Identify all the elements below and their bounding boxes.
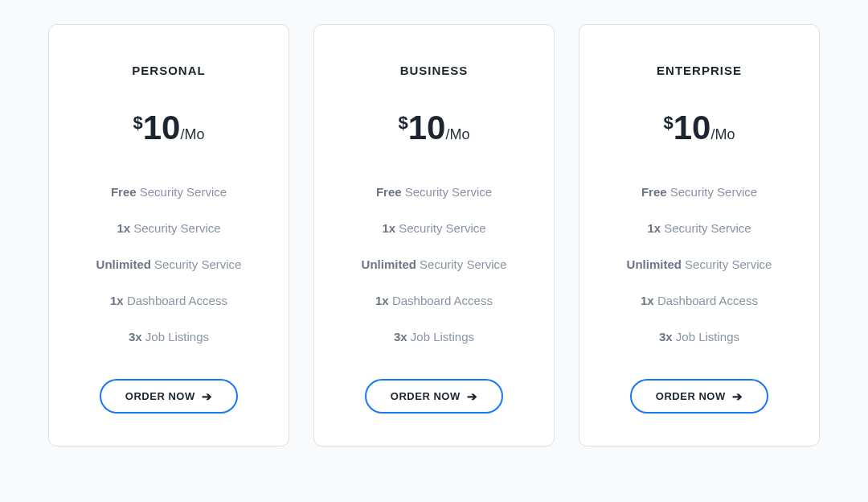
feature-text: Security Service (667, 185, 758, 199)
order-now-label: ORDER NOW (391, 390, 461, 402)
feature-item: 1x Security Service (68, 210, 269, 246)
feature-item: Unlimited Security Service (68, 246, 269, 282)
currency-symbol: $ (399, 113, 408, 133)
feature-text: Job Listings (142, 330, 209, 344)
feature-item: 1x Security Service (334, 210, 534, 246)
feature-item: 3x Job Listings (599, 319, 800, 355)
price: $10/Mo (599, 111, 800, 145)
feature-bold: Unlimited (96, 257, 151, 271)
arrow-right-icon: ➔ (732, 390, 743, 402)
feature-text: Security Service (661, 221, 751, 235)
pricing-row: PERSONAL $10/Mo Free Security Service 1x… (48, 24, 820, 446)
feature-bold: 1x (375, 294, 389, 307)
feature-text: Security Service (402, 185, 493, 199)
feature-list: Free Security Service 1x Security Servic… (334, 174, 534, 355)
feature-item: 1x Security Service (599, 210, 800, 246)
feature-bold: 1x (647, 221, 661, 235)
feature-text: Job Listings (407, 330, 474, 344)
feature-bold: Free (376, 185, 402, 199)
feature-bold: Free (111, 185, 137, 199)
feature-text: Security Service (682, 257, 772, 271)
currency-symbol: $ (133, 113, 143, 133)
feature-item: 1x Dashboard Access (334, 282, 534, 319)
feature-text: Security Service (130, 221, 221, 235)
feature-text: Dashboard Access (654, 294, 758, 307)
feature-item: 3x Job Listings (334, 319, 534, 355)
pricing-card-enterprise: ENTERPRISE $10/Mo Free Security Service … (579, 24, 820, 446)
currency-symbol: $ (664, 113, 674, 133)
order-now-label: ORDER NOW (125, 390, 195, 402)
plan-name: ENTERPRISE (599, 64, 800, 77)
arrow-right-icon: ➔ (467, 390, 478, 402)
feature-item: Free Security Service (599, 174, 800, 210)
feature-text: Security Service (137, 185, 227, 199)
feature-bold: 3x (394, 330, 407, 344)
feature-bold: Free (641, 185, 667, 199)
feature-item: Free Security Service (334, 174, 534, 210)
order-now-button[interactable]: ORDER NOW ➔ (365, 379, 503, 414)
feature-bold: 1x (382, 221, 395, 235)
feature-bold: Unlimited (627, 257, 682, 271)
price-period: /Mo (445, 126, 469, 142)
feature-bold: 1x (117, 221, 130, 235)
feature-bold: 3x (659, 330, 673, 344)
feature-item: Unlimited Security Service (334, 246, 534, 282)
order-now-button[interactable]: ORDER NOW ➔ (100, 379, 238, 414)
feature-text: Job Listings (673, 330, 739, 344)
price: $10/Mo (68, 111, 269, 145)
price-amount: 10 (143, 109, 181, 146)
price-amount: 10 (674, 109, 711, 146)
feature-text: Security Service (395, 221, 486, 235)
feature-list: Free Security Service 1x Security Servic… (68, 174, 269, 355)
feature-list: Free Security Service 1x Security Servic… (599, 174, 800, 355)
feature-bold: 1x (110, 294, 124, 307)
order-now-button[interactable]: ORDER NOW ➔ (630, 379, 768, 414)
feature-text: Security Service (416, 257, 507, 271)
price: $10/Mo (334, 111, 534, 145)
price-amount: 10 (408, 109, 446, 146)
price-period: /Mo (180, 126, 204, 142)
order-now-label: ORDER NOW (656, 390, 726, 402)
feature-item: Unlimited Security Service (599, 246, 800, 282)
feature-bold: 3x (129, 330, 142, 344)
feature-bold: Unlimited (362, 257, 416, 271)
feature-text: Dashboard Access (389, 294, 493, 307)
price-period: /Mo (710, 126, 735, 142)
feature-item: 1x Dashboard Access (599, 282, 800, 319)
feature-bold: 1x (641, 294, 654, 307)
feature-item: 3x Job Listings (68, 319, 269, 355)
pricing-card-business: BUSINESS $10/Mo Free Security Service 1x… (313, 24, 555, 446)
feature-text: Security Service (151, 257, 242, 271)
feature-text: Dashboard Access (124, 294, 227, 307)
feature-item: 1x Dashboard Access (68, 282, 269, 319)
pricing-card-personal: PERSONAL $10/Mo Free Security Service 1x… (48, 24, 289, 446)
plan-name: BUSINESS (334, 64, 534, 77)
plan-name: PERSONAL (68, 64, 269, 77)
feature-item: Free Security Service (68, 174, 269, 210)
arrow-right-icon: ➔ (202, 390, 213, 402)
